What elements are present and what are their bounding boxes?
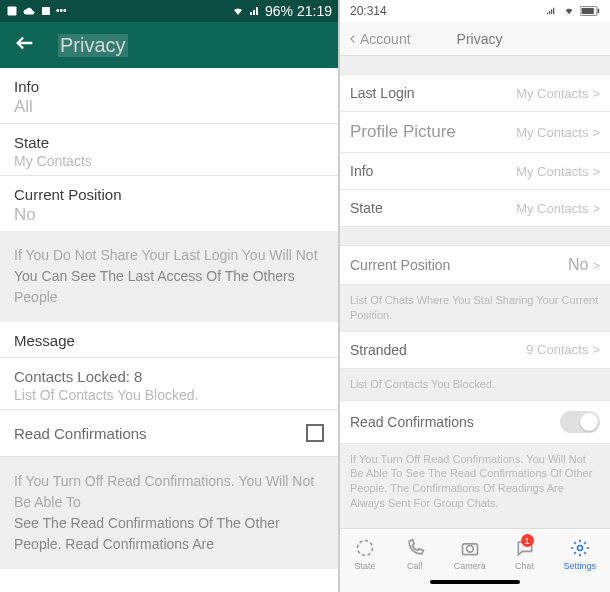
- chat-badge: 1: [521, 534, 534, 547]
- read-confirmations-label: Read Confirmations: [14, 425, 147, 442]
- svg-point-7: [466, 546, 473, 553]
- battery-percent: 96%: [265, 3, 293, 19]
- state-value-ios: My Contacts: [516, 201, 600, 216]
- signal-icon: [249, 5, 261, 17]
- stranded-label: Stranded: [350, 342, 407, 358]
- svg-rect-0: [8, 7, 17, 16]
- info-value: All: [14, 97, 324, 117]
- ios-status-bar: 20:314: [340, 0, 610, 22]
- read-confirmations-switch[interactable]: [560, 411, 600, 433]
- back-arrow-icon[interactable]: [14, 32, 36, 58]
- current-position-row[interactable]: Current Position No: [0, 176, 338, 231]
- position-note: List Of Chats Where You Stal Sharing You…: [340, 285, 610, 331]
- ios-nav-bar: Account Privacy: [340, 22, 610, 56]
- home-indicator: [340, 580, 610, 592]
- message-label: Message: [14, 332, 324, 349]
- wifi-icon: [231, 5, 245, 17]
- status-time: 20:314: [350, 4, 387, 18]
- android-status-bar: ••• 96% 21:19: [0, 0, 338, 22]
- read-confirmations-label-ios: Read Confirmations: [350, 414, 474, 430]
- state-row-ios[interactable]: State My Contacts: [340, 190, 610, 227]
- current-position-row-ios[interactable]: Current Position No: [340, 245, 610, 285]
- state-label: State: [14, 134, 324, 151]
- calendar-icon: [40, 5, 52, 17]
- contacts-locked-note: List Of Contacts You Blocked.: [14, 387, 324, 403]
- svg-point-5: [357, 541, 372, 556]
- chevron-left-icon: [348, 32, 358, 46]
- state-value: My Contacts: [14, 153, 324, 169]
- blocked-note: List Of Contacts You Blocked.: [340, 369, 610, 400]
- svg-rect-3: [582, 8, 594, 14]
- svg-point-8: [577, 546, 582, 551]
- tab-call[interactable]: Call: [404, 538, 426, 571]
- last-login-row[interactable]: Last Login My Contacts: [340, 74, 610, 112]
- info-value-ios: My Contacts: [516, 164, 600, 179]
- last-login-value: My Contacts: [516, 86, 600, 101]
- tab-chat[interactable]: 1 Chat: [514, 538, 536, 571]
- info-row-ios[interactable]: Info My Contacts: [340, 153, 610, 190]
- read-confirmations-checkbox[interactable]: [306, 424, 324, 442]
- page-title: Privacy: [58, 34, 128, 57]
- read-confirmations-note-ios: If You Turn Off Read Confirmations. You …: [340, 444, 610, 519]
- svg-rect-1: [42, 7, 50, 15]
- signal-icon: [544, 6, 558, 16]
- svg-rect-4: [598, 9, 600, 14]
- android-screen: ••• 96% 21:19 Privacy Info All State My …: [0, 0, 340, 592]
- info-label-ios: Info: [350, 163, 373, 179]
- camera-icon: [459, 538, 481, 560]
- profile-picture-value: My Contacts: [516, 125, 600, 140]
- current-position-label: Current Position: [14, 186, 324, 203]
- gear-icon: [569, 538, 591, 560]
- last-login-note: If You Do Not Share Your Last Login You …: [0, 231, 338, 322]
- back-button[interactable]: Account: [348, 31, 411, 47]
- dots-icon: •••: [56, 5, 67, 17]
- profile-picture-label: Profile Picture: [350, 122, 456, 142]
- current-position-value: No: [14, 205, 324, 225]
- stranded-value: 9 Contacts: [526, 342, 600, 357]
- cloud-icon: [22, 5, 36, 17]
- last-login-label: Last Login: [350, 85, 415, 101]
- profile-picture-row[interactable]: Profile Picture My Contacts: [340, 112, 610, 153]
- current-position-label-ios: Current Position: [350, 257, 450, 273]
- status-time: 21:19: [297, 3, 332, 19]
- tab-state[interactable]: State: [354, 538, 376, 571]
- read-confirmations-row[interactable]: Read Confirmations: [0, 410, 338, 457]
- battery-icon: [580, 6, 600, 16]
- android-header: Privacy: [0, 22, 338, 68]
- tab-settings[interactable]: Settings: [564, 538, 597, 571]
- status-left-icons: •••: [6, 5, 67, 17]
- message-row: Message: [0, 322, 338, 358]
- contacts-locked-row[interactable]: Contacts Locked: 8 List Of Contacts You …: [0, 358, 338, 410]
- state-label-ios: State: [350, 200, 383, 216]
- ios-screen: 20:314 Account Privacy Last Login My Con…: [340, 0, 610, 592]
- read-confirmations-note: If You Turn Off Read Confirmations. You …: [0, 457, 338, 569]
- phone-icon: [404, 538, 426, 560]
- status-icon: [354, 538, 376, 560]
- image-icon: [6, 5, 18, 17]
- nav-title: Privacy: [457, 31, 503, 47]
- tab-camera[interactable]: Camera: [454, 538, 486, 571]
- wifi-icon: [562, 6, 576, 16]
- stranded-row[interactable]: Stranded 9 Contacts: [340, 331, 610, 369]
- state-row[interactable]: State My Contacts: [0, 124, 338, 176]
- current-position-value-ios: No: [568, 256, 600, 274]
- read-confirmations-row-ios[interactable]: Read Confirmations: [340, 400, 610, 444]
- contacts-locked-label: Contacts Locked: 8: [14, 368, 324, 385]
- info-row[interactable]: Info All: [0, 68, 338, 124]
- ios-tab-bar: State Call Camera 1 Chat Settings: [340, 528, 610, 580]
- info-label: Info: [14, 78, 324, 95]
